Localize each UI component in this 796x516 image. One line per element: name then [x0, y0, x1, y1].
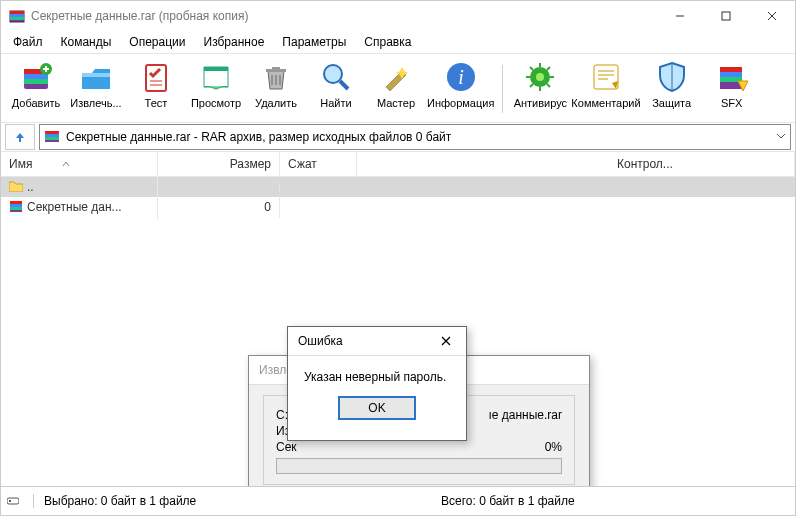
up-button[interactable] [5, 124, 35, 150]
toolbar-label: Антивирус [514, 97, 567, 109]
toolbar-label: SFX [721, 97, 742, 109]
item-size [158, 183, 280, 191]
toolbar-add-button[interactable]: Добавить [7, 57, 65, 121]
list-header: Имя Размер Сжат Контрол... [1, 152, 795, 177]
test-icon [138, 59, 174, 95]
svg-rect-31 [10, 204, 22, 207]
toolbar-extract-button[interactable]: Извлечь... [67, 57, 125, 121]
extract-icon [78, 59, 114, 95]
toolbar-find-button[interactable]: Найти [307, 57, 365, 121]
av-icon [522, 59, 558, 95]
winrar-window: Секретные данные.rar (пробная копия) Фай… [0, 0, 796, 516]
toolbar-wizard-button[interactable]: Мастер [367, 57, 425, 121]
svg-point-18 [536, 73, 544, 81]
svg-rect-29 [10, 201, 22, 204]
item-name: Секретные дан... [27, 200, 122, 214]
address-bar: Секретные данные.rar - RAR архив, размер… [1, 123, 795, 152]
menu-команды[interactable]: Команды [53, 33, 120, 51]
item-size: 0 [158, 196, 280, 218]
toolbar-protect-button[interactable]: Защита [643, 57, 701, 121]
toolbar-comment-button[interactable]: Комментарий [571, 57, 640, 121]
col-size[interactable]: Размер [158, 152, 280, 176]
svg-rect-10 [24, 79, 48, 84]
file-list: ..Секретные дан...0 Извле C:\Uıе данные.… [1, 177, 795, 497]
col-control[interactable]: Контрол... [357, 152, 795, 176]
toolbar-label: Удалить [255, 97, 297, 109]
comment-icon [588, 59, 624, 95]
svg-rect-1 [10, 11, 24, 14]
menu-файл[interactable]: Файл [5, 33, 51, 51]
toolbar-label: Добавить [12, 97, 61, 109]
error-message: Указан неверный пароль. [304, 370, 450, 384]
toolbar-label: Просмотр [191, 97, 241, 109]
svg-rect-34 [7, 498, 19, 504]
svg-rect-2 [10, 17, 24, 20]
list-item[interactable]: Секретные дан...0 [1, 197, 795, 217]
toolbar-info-button[interactable]: iИнформация [427, 57, 494, 121]
folder-icon [9, 180, 23, 195]
window-title: Секретные данные.rar (пробная копия) [31, 9, 657, 23]
progress-bar-file [276, 458, 562, 474]
svg-point-14 [324, 65, 342, 83]
svg-rect-21 [720, 67, 742, 72]
titlebar: Секретные данные.rar (пробная копия) [1, 1, 795, 31]
add-icon [18, 59, 54, 95]
col-packed[interactable]: Сжат [280, 152, 357, 176]
toolbar-test-button[interactable]: Тест [127, 57, 185, 121]
toolbar-delete-button[interactable]: Удалить [247, 57, 305, 121]
toolbar-label: Защита [652, 97, 691, 109]
toolbar-view-button[interactable]: Просмотр [187, 57, 245, 121]
minimize-button[interactable] [657, 1, 703, 31]
toolbar-label: Комментарий [571, 97, 640, 109]
toolbar-label: Тест [145, 97, 168, 109]
status-icon [7, 494, 19, 508]
status-bar: Выбрано: 0 байт в 1 файле Всего: 0 байт … [1, 486, 795, 515]
svg-rect-25 [45, 131, 59, 134]
toolbar-separator [502, 65, 503, 113]
menu-операции[interactable]: Операции [121, 33, 193, 51]
maximize-button[interactable] [703, 1, 749, 31]
col-name[interactable]: Имя [1, 152, 158, 176]
toolbar-label: Мастер [377, 97, 415, 109]
close-button[interactable] [749, 1, 795, 31]
menu-избранное[interactable]: Избранное [196, 33, 273, 51]
error-title: Ошибка [288, 327, 466, 356]
protect-icon [654, 59, 690, 95]
svg-rect-27 [45, 134, 59, 137]
app-icon [9, 8, 25, 24]
menubar: ФайлКомандыОперацииИзбранноеПараметрыСпр… [1, 31, 795, 53]
wizard-icon [378, 59, 414, 95]
toolbar-label: Информация [427, 97, 494, 109]
toolbar-sfx-button[interactable]: SFX [703, 57, 761, 121]
svg-rect-23 [720, 72, 742, 77]
svg-rect-35 [9, 500, 11, 502]
svg-rect-26 [45, 137, 59, 140]
view-icon [198, 59, 234, 95]
toolbar-av-button[interactable]: Антивирус [511, 57, 569, 121]
menu-параметры[interactable]: Параметры [274, 33, 354, 51]
error-dialog: Ошибка Указан неверный пароль. OK [287, 326, 467, 441]
toolbar: ДобавитьИзвлечь...ТестПросмотрУдалитьНай… [1, 53, 795, 123]
rar-icon [9, 199, 23, 216]
toolbar-label: Извлечь... [70, 97, 121, 109]
svg-rect-3 [10, 14, 24, 17]
error-close-button[interactable] [432, 331, 460, 351]
item-name: .. [27, 180, 34, 194]
address-text: Секретные данные.rar - RAR архив, размер… [66, 130, 451, 144]
status-selected: Выбрано: 0 байт в 1 файле [33, 494, 196, 508]
menu-справка[interactable]: Справка [356, 33, 419, 51]
svg-rect-5 [722, 12, 730, 20]
svg-text:i: i [458, 66, 464, 88]
toolbar-label: Найти [320, 97, 351, 109]
delete-icon [258, 59, 294, 95]
chevron-down-icon [776, 130, 786, 144]
status-total: Всего: 0 байт в 1 файле [441, 494, 575, 508]
sfx-icon [714, 59, 750, 95]
address-combo[interactable]: Секретные данные.rar - RAR архив, размер… [39, 124, 791, 150]
svg-rect-30 [10, 207, 22, 210]
error-ok-button[interactable]: OK [338, 396, 416, 420]
window-controls [657, 1, 795, 31]
svg-rect-13 [146, 65, 166, 91]
find-icon [318, 59, 354, 95]
info-icon: i [443, 59, 479, 95]
